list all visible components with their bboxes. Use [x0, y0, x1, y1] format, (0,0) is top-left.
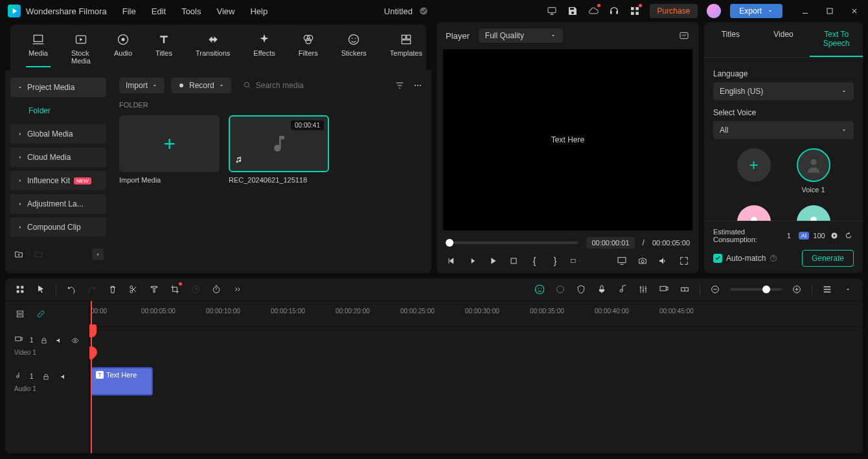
tab-audio[interactable]: Audio: [111, 30, 135, 67]
voice-item-jenny[interactable]: Jenny: [737, 205, 771, 221]
maximize-icon[interactable]: [824, 5, 836, 17]
undo-icon[interactable]: [65, 284, 77, 295]
help-icon[interactable]: [770, 254, 777, 262]
sidebar-global-media[interactable]: Global Media: [10, 124, 106, 144]
fullscreen-icon[interactable]: [678, 255, 690, 267]
menu-view[interactable]: View: [216, 6, 234, 16]
search-input[interactable]: [256, 81, 382, 90]
zoom-in-icon[interactable]: [791, 284, 803, 295]
import-media-card[interactable]: + Import Media: [119, 115, 220, 184]
sidebar-project-media[interactable]: Project Media: [10, 78, 106, 97]
generate-button[interactable]: Generate: [802, 250, 854, 267]
tab-effects[interactable]: Effects: [251, 30, 277, 67]
import-dropdown[interactable]: Import: [119, 78, 165, 93]
close-icon[interactable]: [849, 5, 860, 17]
panel-tab-titles[interactable]: Titles: [704, 22, 757, 57]
timer-icon[interactable]: [211, 284, 222, 295]
quality-dropdown[interactable]: Full Quality: [479, 28, 563, 43]
add-credits-icon[interactable]: [829, 230, 839, 241]
mark-out-icon[interactable]: }: [549, 255, 561, 267]
menu-file[interactable]: File: [122, 6, 136, 16]
crop-icon[interactable]: [169, 284, 181, 295]
add-voice-button[interactable]: +: [737, 148, 771, 194]
folder-icon[interactable]: [32, 249, 44, 260]
panel-tab-video[interactable]: Video: [757, 22, 810, 57]
redo-icon[interactable]: [86, 284, 98, 295]
tab-transitions[interactable]: Transitions: [193, 30, 233, 67]
cloud-icon[interactable]: [588, 5, 599, 17]
keyframe-icon[interactable]: [679, 284, 691, 295]
sidebar-compound-clip[interactable]: Compound Clip: [10, 218, 106, 237]
text-clip[interactable]: T Text Here: [91, 367, 153, 396]
stop-icon[interactable]: [508, 255, 520, 267]
sidebar-folder[interactable]: Folder: [10, 101, 106, 120]
playhead-line[interactable]: [91, 301, 92, 453]
expand-tools-icon[interactable]: [231, 284, 243, 295]
export-button[interactable]: Export: [730, 4, 782, 18]
audio-lock-icon[interactable]: [40, 371, 52, 383]
menu-help[interactable]: Help: [250, 6, 268, 16]
time-ruler[interactable]: 00:00 00:00:05:00 00:00:10:00 00:00:15:0…: [89, 301, 863, 327]
text-tool-icon[interactable]: [148, 284, 160, 295]
marker-shield-icon[interactable]: [575, 284, 587, 295]
video-lane[interactable]: T Text Here: [89, 363, 863, 399]
zoom-thumb[interactable]: [762, 285, 770, 293]
record-dropdown[interactable]: Record: [171, 78, 231, 93]
tab-media[interactable]: Media: [26, 30, 51, 67]
tab-titles[interactable]: Titles: [153, 30, 175, 67]
language-dropdown[interactable]: English (US): [713, 82, 854, 100]
timeline-tracks[interactable]: 00:00 00:00:05:00 00:00:10:00 00:00:15:0…: [89, 301, 863, 453]
playhead-thumb[interactable]: [446, 239, 453, 247]
panel-tab-tts[interactable]: Text To Speech: [810, 22, 863, 57]
record-screen-icon[interactable]: [658, 284, 670, 295]
zoom-out-icon[interactable]: [709, 284, 721, 295]
track-view-dropdown-icon[interactable]: [842, 284, 854, 295]
playhead-track[interactable]: [446, 241, 578, 244]
split-icon[interactable]: [128, 284, 139, 295]
preview-display-icon[interactable]: [616, 255, 628, 267]
new-folder-icon[interactable]: [13, 249, 25, 260]
link-tracks-icon[interactable]: [35, 308, 47, 320]
track-mute-icon[interactable]: [55, 335, 64, 346]
ai-face-icon[interactable]: [534, 284, 545, 295]
menu-tools[interactable]: Tools: [181, 6, 201, 16]
timeline-layout-icon[interactable]: [14, 308, 26, 320]
menu-edit[interactable]: Edit: [152, 6, 166, 16]
sidebar-cloud-media[interactable]: Cloud Media: [10, 148, 106, 167]
player-canvas[interactable]: Text Here: [443, 49, 692, 230]
tab-filters[interactable]: Filters: [296, 30, 321, 67]
camera-icon[interactable]: [637, 255, 648, 267]
minimize-icon[interactable]: [799, 5, 811, 17]
music-note-icon[interactable]: [617, 284, 628, 295]
speed-icon[interactable]: [190, 284, 201, 295]
voice-filter-dropdown[interactable]: All: [713, 121, 854, 139]
voice-item-jason[interactable]: Jason: [797, 205, 830, 221]
user-avatar[interactable]: [707, 4, 721, 18]
purchase-button[interactable]: Purchase: [650, 4, 698, 18]
tab-stock-media[interactable]: Stock Media: [69, 30, 93, 67]
mark-in-icon[interactable]: {: [529, 255, 540, 267]
prev-frame-icon[interactable]: [446, 255, 457, 267]
track-visible-icon[interactable]: [71, 335, 80, 346]
tab-stickers[interactable]: Stickers: [339, 30, 369, 67]
media-clip-card[interactable]: 00:00:41 REC_20240621_125118: [229, 115, 329, 184]
automatch-checkbox[interactable]: Auto-match: [713, 254, 777, 263]
headphones-icon[interactable]: [608, 5, 620, 17]
sidebar-adjustment-layer[interactable]: Adjustment La...: [10, 194, 106, 214]
ratio-icon[interactable]: [570, 255, 582, 267]
sidebar-influence-kit[interactable]: Influence KitNEW: [10, 171, 106, 190]
zoom-slider[interactable]: [730, 288, 782, 291]
mixer-icon[interactable]: [637, 284, 649, 295]
filter-icon[interactable]: [394, 80, 405, 91]
snapshot-mode-icon[interactable]: [678, 30, 690, 41]
save-icon[interactable]: [567, 5, 578, 17]
audio-mute-icon[interactable]: [58, 371, 70, 383]
more-icon[interactable]: [412, 80, 424, 91]
cursor-icon[interactable]: [35, 284, 47, 295]
title-sync-icon[interactable]: [418, 5, 429, 17]
delete-icon[interactable]: [107, 284, 119, 295]
play-icon[interactable]: [487, 255, 499, 267]
volume-icon[interactable]: [657, 255, 669, 267]
tab-templates[interactable]: Templates: [387, 30, 425, 67]
step-back-icon[interactable]: [466, 255, 478, 267]
